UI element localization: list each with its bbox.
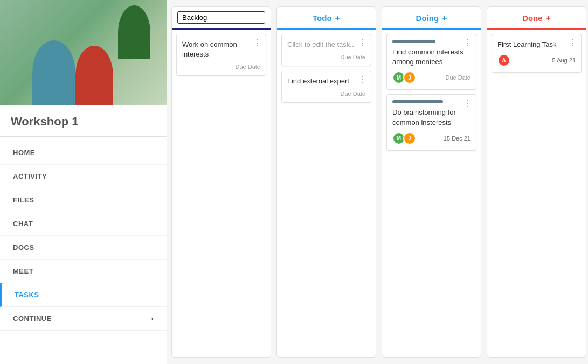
backlog-title-input[interactable]: [177, 11, 265, 24]
card-date: 5 Aug 21: [552, 57, 576, 64]
card-due-date: Due Date: [446, 74, 471, 81]
card-brainstorming: ⋮ Do brainstorming for common insterests…: [386, 94, 476, 150]
card-footer: M J Due Date: [392, 71, 471, 84]
avatars: M J: [392, 71, 414, 84]
sidebar-item-tasks[interactable]: TASKS: [0, 283, 167, 307]
workspace-title: Workshop 1: [0, 105, 167, 132]
card-footer: M J 15 Dec 21: [392, 132, 471, 145]
todo-body: ⋮ Click to edit the task... Due Date ⋮ F…: [277, 30, 376, 357]
card-find-common-interests: ⋮ Find common interests among mentees M …: [386, 34, 476, 90]
sidebar-item-home[interactable]: HOME: [0, 141, 167, 165]
avatar: J: [403, 132, 416, 145]
card-find-external-expert: ⋮ Find external expert Due Date: [281, 71, 371, 103]
workshop-image: [0, 0, 167, 105]
card-title[interactable]: Click to edit the task...: [287, 40, 365, 50]
progress-bar: [392, 40, 435, 43]
card-menu-icon[interactable]: ⋮: [463, 39, 472, 47]
card-footer: A 5 Aug 21: [497, 54, 576, 67]
chevron-right-icon: ›: [151, 314, 154, 323]
done-title: Done: [522, 13, 543, 23]
column-todo: Todo + ⋮ Click to edit the task... Due D…: [276, 6, 376, 358]
avatars: M J: [392, 132, 414, 145]
sidebar-item-continue[interactable]: CONTINUE ›: [0, 307, 167, 331]
avatar: A: [497, 54, 510, 67]
card-first-learning-task: ⋮ First Learning Task A 5 Aug 21: [492, 34, 582, 73]
done-body: ⋮ First Learning Task A 5 Aug 21: [487, 30, 586, 357]
backlog-header: [172, 7, 271, 30]
card-menu-icon[interactable]: ⋮: [463, 99, 472, 108]
sidebar-item-chat[interactable]: CHAT: [0, 212, 167, 236]
card-click-to-edit: ⋮ Click to edit the task... Due Date: [281, 34, 371, 66]
sidebar-divider: [0, 136, 167, 137]
doing-header: Doing +: [382, 7, 481, 30]
card-due-date: Due Date: [182, 64, 260, 70]
column-backlog: ⋮ Work on common interests Due Date: [171, 6, 271, 358]
sidebar-item-files[interactable]: FILES: [0, 188, 167, 212]
card-work-common-interests: ⋮ Work on common interests Due Date: [176, 34, 266, 76]
card-title: Find external expert: [287, 76, 365, 86]
sidebar-item-activity[interactable]: ACTIVITY: [0, 165, 167, 188]
column-doing: Doing + ⋮ Find common interests among me…: [382, 6, 481, 358]
sidebar-item-docs[interactable]: DOCS: [0, 236, 167, 260]
done-header: Done +: [487, 7, 586, 30]
card-menu-icon[interactable]: ⋮: [568, 39, 577, 47]
sidebar-item-meet[interactable]: MEET: [0, 260, 167, 283]
card-title: First Learning Task: [497, 40, 576, 50]
kanban-board: ⋮ Work on common interests Due Date Todo…: [167, 0, 588, 364]
doing-add-button[interactable]: +: [442, 14, 447, 23]
card-menu-icon[interactable]: ⋮: [358, 39, 366, 47]
avatar: J: [403, 71, 416, 84]
card-menu-icon[interactable]: ⋮: [253, 39, 261, 47]
card-title: Find common interests among mentees: [392, 47, 471, 67]
sidebar: Workshop 1 HOME ACTIVITY FILES CHAT DOCS…: [0, 0, 167, 364]
avatars: A: [497, 54, 508, 67]
doing-title: Doing: [416, 13, 439, 23]
card-title: Do brainstorming for common insterests: [392, 108, 471, 127]
backlog-body: ⋮ Work on common interests Due Date: [172, 30, 271, 357]
sidebar-nav: HOME ACTIVITY FILES CHAT DOCS MEET TASKS…: [0, 141, 167, 331]
todo-title: Todo: [313, 13, 332, 23]
card-due-date: Due Date: [287, 90, 365, 97]
card-due-date: Due Date: [287, 54, 365, 60]
column-done: Done + ⋮ First Learning Task A 5 Aug 21: [487, 6, 586, 358]
card-title: Work on common interests: [182, 40, 260, 59]
done-add-button[interactable]: +: [546, 14, 551, 23]
card-menu-icon[interactable]: ⋮: [358, 75, 366, 84]
doing-body: ⋮ Find common interests among mentees M …: [382, 30, 481, 357]
todo-add-button[interactable]: +: [335, 14, 340, 23]
todo-header: Todo +: [277, 7, 376, 30]
progress-bar: [392, 100, 443, 103]
card-date: 15 Dec 21: [444, 135, 471, 142]
